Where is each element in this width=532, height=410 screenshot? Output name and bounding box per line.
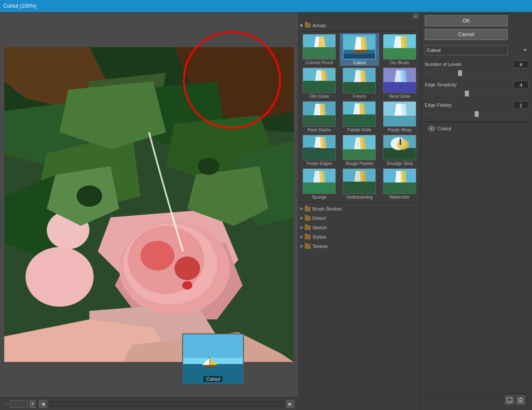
svg-rect-92 bbox=[343, 182, 376, 194]
svg-rect-67 bbox=[343, 114, 376, 127]
zoom-dropdown-arrow[interactable]: ▼ bbox=[29, 400, 35, 408]
thumb-label-cutout: Cutout bbox=[353, 60, 366, 65]
svg-marker-98 bbox=[400, 171, 406, 182]
thumb-cutout[interactable]: Cutout bbox=[340, 33, 379, 66]
svg-point-100 bbox=[431, 128, 433, 130]
cat-folder-sketch bbox=[305, 225, 311, 230]
thumb-rough-pastels[interactable]: Rough Pastels bbox=[340, 134, 379, 167]
visibility-eye-icon[interactable] bbox=[428, 125, 435, 132]
thumb-img-underpainting bbox=[343, 168, 376, 194]
svg-rect-42 bbox=[343, 54, 376, 60]
thumb-palette-knife[interactable]: Palette Knife bbox=[340, 100, 379, 133]
ok-button[interactable]: OK bbox=[425, 15, 508, 26]
new-effect-button[interactable] bbox=[505, 396, 514, 405]
cat-triangle-distort bbox=[300, 216, 303, 220]
scroll-right-button[interactable]: ▶ bbox=[286, 400, 295, 408]
svg-point-32 bbox=[198, 158, 219, 175]
select-arrow-icon bbox=[523, 49, 527, 51]
thumb-underpainting[interactable]: Underpainting bbox=[340, 168, 379, 200]
category-texture[interactable]: Texture bbox=[298, 242, 421, 251]
thumb-label-watercolor: Watercolor bbox=[389, 195, 410, 199]
number-of-levels-slider[interactable] bbox=[425, 72, 529, 74]
panels-container: ▲ Artistic bbox=[298, 12, 532, 410]
cat-triangle-brush-strokes bbox=[300, 207, 303, 211]
thumb-paint-daubs[interactable]: Paint Daubs bbox=[300, 100, 339, 133]
svg-point-85 bbox=[397, 140, 409, 150]
delete-effect-button[interactable] bbox=[516, 396, 525, 405]
effects-panel: Cutout bbox=[425, 122, 529, 393]
category-stylize[interactable]: Stylize bbox=[298, 232, 421, 242]
title-bar: Cutout (100%) bbox=[0, 0, 532, 12]
thumb-label-colored-pencil: Colored Pencil bbox=[306, 60, 333, 65]
canvas-area: Cutout bbox=[0, 12, 298, 410]
canvas-image[interactable] bbox=[4, 47, 294, 362]
cat-triangle-stylize bbox=[300, 235, 303, 239]
thumb-img-rough-pastels bbox=[343, 135, 376, 160]
thumb-film-grain[interactable]: Film Grain bbox=[300, 67, 339, 100]
thumb-smudge-stick[interactable]: Smudge Stick bbox=[380, 134, 419, 167]
artistic-folder-header[interactable]: Artistic bbox=[298, 20, 421, 31]
svg-rect-86 bbox=[400, 139, 401, 145]
filter-select-container: Cutout Colored Pencil Dry Brush Fresco N… bbox=[425, 45, 529, 55]
thumb-img-dry-brush bbox=[383, 34, 416, 60]
cat-label-brush-strokes: Brush Strokes bbox=[312, 206, 342, 211]
canvas-bottom: □ □ 100% ▼ ◀ ▶ bbox=[0, 397, 298, 410]
edge-simplicity-value: 4 bbox=[513, 81, 529, 88]
svg-rect-102 bbox=[507, 400, 512, 402]
thumb-dry-brush[interactable]: Dry Brush bbox=[380, 33, 419, 66]
selected-filter-preview: Cutout bbox=[182, 333, 244, 384]
thumb-img-palette-knife bbox=[343, 101, 376, 127]
number-of-levels-label: Number of Levels bbox=[425, 62, 461, 67]
bottom-toolbar bbox=[425, 393, 529, 407]
edge-simplicity-group: Edge Simplicity 4 bbox=[425, 81, 529, 95]
scroll-up-arrow[interactable]: ▲ bbox=[412, 13, 419, 19]
category-brush-strokes[interactable]: Brush Strokes bbox=[298, 204, 421, 214]
edge-fidelity-slider[interactable] bbox=[425, 113, 529, 115]
svg-rect-79 bbox=[343, 149, 376, 160]
thumb-plastic-wrap[interactable]: Plastic Wrap bbox=[380, 100, 419, 133]
svg-rect-37 bbox=[303, 47, 336, 60]
filter-select-dropdown[interactable]: Cutout Colored Pencil Dry Brush Fresco N… bbox=[425, 45, 508, 55]
svg-rect-6 bbox=[203, 365, 215, 367]
zoom-display: □ □ 100% ▼ bbox=[3, 400, 35, 408]
effects-layer-label: Cutout bbox=[438, 126, 451, 131]
number-of-levels-header: Number of Levels 4 bbox=[425, 60, 529, 68]
category-distort[interactable]: Distort bbox=[298, 214, 421, 223]
thumb-img-paint-daubs bbox=[303, 101, 336, 127]
thumb-watercolor[interactable]: Watercolor bbox=[380, 168, 419, 200]
cat-folder-brush-strokes bbox=[305, 207, 311, 211]
thumb-label-dry-brush: Dry Brush bbox=[390, 60, 409, 65]
artistic-label: Artistic bbox=[312, 23, 326, 28]
thumb-img-colored-pencil bbox=[303, 34, 336, 60]
thumb-neon-glow[interactable]: Neon Glow bbox=[380, 67, 419, 100]
scroll-left-button[interactable]: ◀ bbox=[39, 400, 47, 408]
svg-point-27 bbox=[26, 247, 94, 307]
thumb-fresco[interactable]: Fresco bbox=[340, 67, 379, 100]
thumb-label-underpainting: Underpainting bbox=[346, 195, 372, 199]
svg-marker-49 bbox=[400, 36, 407, 48]
edge-fidelity-value: 2 bbox=[513, 101, 529, 109]
zoom-input[interactable]: 100% bbox=[11, 400, 28, 408]
edge-simplicity-slider[interactable] bbox=[425, 93, 529, 94]
category-list: Brush Strokes Distort Sketch Stylize bbox=[298, 202, 421, 253]
thumb-label-sponge: Sponge bbox=[312, 195, 326, 199]
svg-rect-47 bbox=[383, 48, 416, 60]
cancel-button[interactable]: Cancel bbox=[425, 29, 508, 40]
scrollbar-track[interactable] bbox=[50, 401, 283, 407]
filter-browser: ▲ Artistic bbox=[298, 12, 421, 410]
thumb-img-fresco bbox=[343, 68, 376, 93]
svg-rect-55 bbox=[343, 82, 376, 93]
thumb-sponge[interactable]: Sponge bbox=[300, 168, 339, 200]
thumb-img-watercolor bbox=[383, 168, 416, 194]
thumb-colored-pencil[interactable]: Colored Pencil bbox=[300, 33, 339, 66]
category-sketch[interactable]: Sketch bbox=[298, 223, 421, 232]
edge-fidelity-group: Edge Fidelity 2 bbox=[425, 101, 529, 116]
thumb-label-paint-daubs: Paint Daubs bbox=[308, 128, 331, 132]
svg-point-35 bbox=[182, 281, 192, 290]
edge-fidelity-header: Edge Fidelity 2 bbox=[425, 101, 529, 109]
svg-point-22 bbox=[140, 241, 174, 270]
number-of-levels-value: 4 bbox=[513, 60, 529, 68]
cat-folder-stylize bbox=[305, 235, 311, 239]
thumb-poster-edges[interactable]: Poster Edges bbox=[300, 134, 339, 167]
svg-point-23 bbox=[174, 256, 200, 280]
